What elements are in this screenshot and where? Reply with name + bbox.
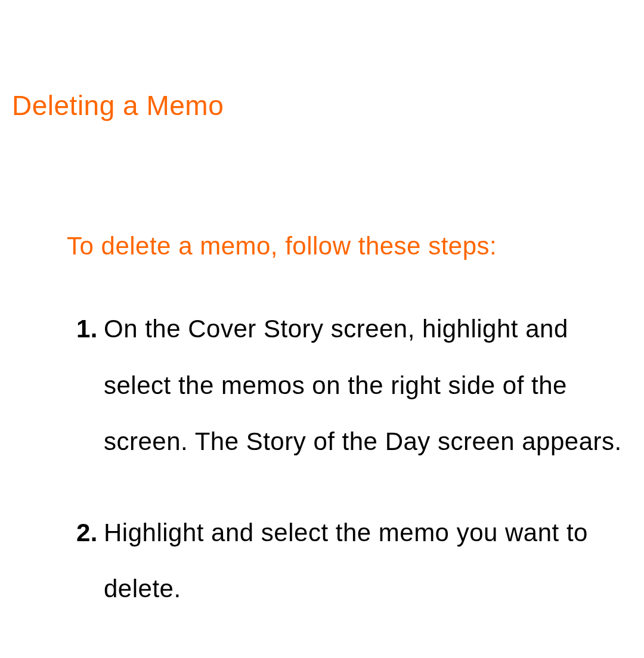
tools-icon (185, 651, 209, 658)
step-item-1: On the Cover Story screen, highlight and… (67, 301, 626, 470)
step-list: On the Cover Story screen, highlight and… (67, 301, 626, 658)
content-wrapper: To delete a memo, follow these steps: On… (0, 122, 644, 658)
step-2-text: Highlight and select the memo you want t… (104, 519, 588, 603)
step-item-2: Highlight and select the memo you want t… (67, 505, 626, 617)
step-item-3: Select Tools. (67, 652, 626, 659)
intro-text: To delete a memo, follow these steps: (67, 232, 626, 260)
step-1-text: On the Cover Story screen, highlight and… (104, 315, 622, 455)
page-heading: Deleting a Memo (0, 0, 644, 122)
